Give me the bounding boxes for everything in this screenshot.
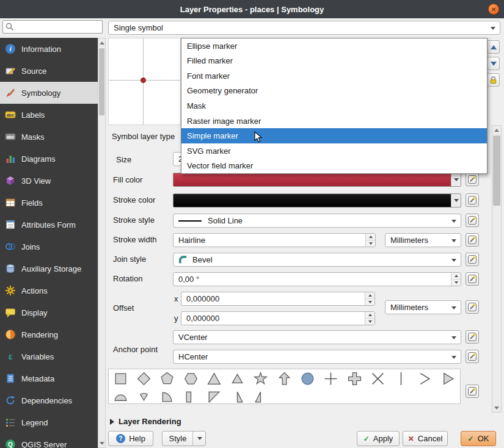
sidebar-item-attributes-form[interactable]: Attributes Form (0, 214, 98, 236)
stroke-width-spinbox[interactable]: Hairline (173, 233, 376, 247)
shape-square[interactable] (109, 369, 132, 388)
sidebar-item-metadata[interactable]: Metadata (0, 367, 98, 389)
shape-right-half-triangle[interactable] (225, 388, 249, 404)
main-scrollbar-thumb[interactable] (493, 135, 500, 206)
dropdown-item-font-marker[interactable]: Font marker (181, 68, 487, 84)
shape-triangle[interactable] (202, 369, 225, 388)
spin-down-icon[interactable] (365, 299, 374, 305)
title-bar[interactable]: Layer Properties - places | Symbology ✕ (0, 0, 504, 18)
anchor-vertical-combo[interactable]: VCenter (173, 330, 461, 344)
sidebar-item-legend[interactable]: Legend (0, 411, 98, 433)
spin-up-icon[interactable] (451, 273, 461, 280)
join-style-combo[interactable]: Bevel (173, 253, 461, 267)
stroke-width-data-defined-button[interactable] (466, 233, 479, 247)
help-button[interactable]: ? Help (108, 431, 153, 446)
shape-third-circle[interactable] (132, 388, 155, 404)
stroke-style-combo[interactable]: Solid Line (173, 214, 461, 228)
dropdown-item-mask[interactable]: Mask (181, 98, 487, 114)
shape-star[interactable] (249, 369, 272, 388)
shape-cross-fill[interactable] (343, 369, 366, 388)
dropdown-item-vector-field-marker[interactable]: Vector field marker (181, 159, 487, 174)
shape-diamond[interactable] (132, 369, 155, 388)
sidebar-item-diagrams[interactable]: Diagrams (0, 148, 98, 170)
fill-color-data-defined-button[interactable] (466, 173, 479, 186)
sidebar-scrollbar[interactable] (98, 38, 106, 448)
stroke-style-data-defined-button[interactable] (466, 214, 479, 227)
shape-circle[interactable] (296, 369, 319, 388)
move-up-button[interactable] (487, 40, 500, 54)
sidebar-item-source[interactable]: Source (0, 60, 98, 82)
shape-semi-circle[interactable] (109, 388, 132, 404)
spin-down-icon[interactable] (451, 280, 461, 286)
renderer-combo[interactable]: Single symbol (108, 21, 500, 35)
shape-arrow[interactable] (272, 369, 296, 388)
offset-unit-combo[interactable]: Millimeters (385, 300, 461, 314)
stroke-color-button[interactable] (173, 193, 461, 208)
scroll-down-icon[interactable] (492, 403, 501, 412)
sidebar-item-information[interactable]: i Information (0, 38, 98, 60)
sidebar-item-labels[interactable]: abc Labels (0, 104, 98, 126)
sidebar-item-symbology[interactable]: Symbology (0, 82, 98, 104)
sidebar-item-rendering[interactable]: Rendering (0, 323, 98, 345)
dropdown-item-geometry-generator[interactable]: Geometry generator (181, 84, 487, 99)
shape-diagonal-half-square[interactable] (202, 388, 225, 404)
sidebar-item-auxiliary-storage[interactable]: Auxiliary Storage (0, 258, 98, 280)
scroll-down-icon[interactable] (98, 439, 105, 447)
scroll-up-icon[interactable] (98, 38, 105, 47)
shape-cross2[interactable] (366, 369, 389, 388)
shape-hexagon[interactable] (179, 369, 202, 388)
anchor-horizontal-data-defined-button[interactable] (466, 350, 479, 363)
spin-down-icon[interactable] (365, 319, 374, 325)
shape-filled-arrowhead[interactable] (436, 369, 459, 388)
shape-equilateral-triangle[interactable] (225, 369, 249, 388)
shape-left-half-triangle[interactable] (249, 388, 272, 404)
sidebar-item-dependencies[interactable]: Dependencies (0, 389, 98, 411)
ok-button[interactable]: ✓ OK (461, 431, 496, 446)
close-button[interactable]: ✕ (488, 4, 499, 15)
dropdown-item-raster-image-marker[interactable]: Raster image marker (181, 114, 487, 129)
shape-data-defined-button[interactable] (466, 385, 479, 398)
shape-half-square[interactable] (179, 388, 202, 404)
scroll-up-icon[interactable] (492, 126, 501, 134)
offset-x-spinbox[interactable]: 0,000000 (181, 292, 375, 306)
chevron-down-icon[interactable] (192, 432, 202, 446)
layer-rendering-toggle[interactable]: Layer Rendering (110, 417, 181, 426)
offset-data-defined-button[interactable] (466, 300, 479, 314)
shape-quarter-circle[interactable] (156, 388, 179, 404)
style-button[interactable]: Style (162, 431, 206, 446)
sidebar-search[interactable] (2, 20, 103, 34)
anchor-vertical-data-defined-button[interactable] (466, 330, 479, 344)
rotation-spinbox[interactable]: 0,00 ° (173, 272, 461, 286)
sidebar-item-display[interactable]: Display (0, 302, 98, 323)
sidebar-item-3d-view[interactable]: 3D View (0, 170, 98, 192)
main-scrollbar[interactable] (492, 125, 502, 413)
spin-up-icon[interactable] (365, 312, 374, 319)
dropdown-item-svg-marker[interactable]: SVG marker (181, 143, 487, 159)
sidebar-item-masks[interactable]: abc Masks (0, 126, 98, 148)
lock-button[interactable] (487, 73, 500, 87)
sidebar-item-variables[interactable]: ε Variables (0, 345, 98, 367)
apply-button[interactable]: ✓ Apply (357, 431, 400, 446)
sidebar-item-joins[interactable]: Joins (0, 236, 98, 258)
shape-cross[interactable] (320, 369, 343, 388)
dropdown-item-ellipse-marker[interactable]: Ellipse marker (181, 38, 487, 54)
move-down-button[interactable] (487, 57, 500, 70)
anchor-horizontal-combo[interactable]: HCenter (173, 350, 461, 364)
rotation-data-defined-button[interactable] (466, 272, 479, 286)
dropdown-item-filled-marker[interactable]: Filled marker (181, 54, 487, 69)
join-style-data-defined-button[interactable] (466, 253, 479, 266)
stroke-width-unit-combo[interactable]: Millimeters (385, 233, 461, 247)
spin-up-icon[interactable] (366, 234, 375, 240)
sidebar-item-fields[interactable]: Fields (0, 192, 98, 214)
spin-down-icon[interactable] (366, 240, 375, 247)
stroke-color-data-defined-button[interactable] (466, 193, 479, 207)
fill-color-button[interactable] (173, 173, 461, 187)
offset-y-spinbox[interactable]: 0,000000 (181, 311, 375, 325)
sidebar-item-qgis-server[interactable]: Q QGIS Server (0, 433, 98, 448)
search-input[interactable] (15, 23, 97, 31)
shape-pentagon[interactable] (156, 369, 179, 388)
spin-up-icon[interactable] (365, 292, 374, 299)
sidebar-scrollbar-thumb[interactable] (99, 48, 104, 115)
shape-line[interactable] (390, 369, 413, 388)
shape-arrowhead[interactable] (413, 369, 436, 388)
